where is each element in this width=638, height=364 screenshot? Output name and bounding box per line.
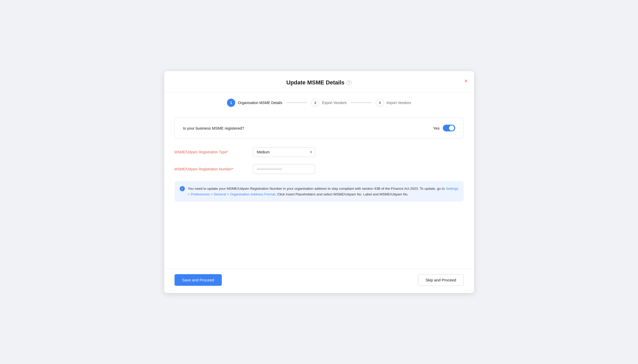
toggle-right: Yes (433, 125, 455, 131)
update-msme-modal: Update MSME Details ? × 1 Organisation M… (164, 71, 474, 293)
modal-footer: Save and Proceed Skip and Proceed (164, 269, 474, 293)
step-2-label: Export Vendors (322, 101, 347, 105)
info-text: You need to update your MSME/Udyam Regis… (188, 186, 459, 197)
msme-registered-toggle[interactable] (443, 125, 455, 131)
help-icon[interactable]: ? (346, 80, 352, 85)
step-1: 1 Organisation MSME Details (227, 99, 282, 107)
toggle-yes-label: Yes (433, 126, 439, 130)
step-connector-2 (351, 102, 372, 103)
info-icon: i (180, 186, 185, 191)
modal-title: Update MSME Details ? (286, 79, 352, 86)
stepper: 1 Organisation MSME Details 2 Export Ven… (164, 92, 474, 112)
info-box: i You need to update your MSME/Udyam Reg… (175, 181, 464, 202)
step-3-circle: 3 (376, 99, 384, 107)
registration-number-row: MSME/Udyam Registration Number* (175, 164, 464, 174)
msme-registered-card: Is your business MSME registered? Yes (175, 117, 464, 139)
step-1-circle: 1 (227, 99, 235, 107)
skip-and-proceed-button[interactable]: Skip and Proceed (418, 274, 463, 286)
registration-type-label: MSME/Udyam Registration Type* (175, 150, 247, 154)
step-3: 3 Import Vendors (376, 99, 411, 107)
toggle-slider (443, 125, 455, 131)
step-connector-1 (286, 102, 307, 103)
registration-type-row: MSME/Udyam Registration Type* Micro Smal… (175, 147, 464, 157)
close-button[interactable]: × (464, 78, 468, 84)
title-text: Update MSME Details (286, 79, 344, 86)
registration-number-label: MSME/Udyam Registration Number* (175, 167, 247, 171)
info-text-after: . Click Insert Placeholders and select M… (275, 192, 408, 196)
info-text-before: You need to update your MSME/Udyam Regis… (188, 187, 446, 191)
step-3-label: Import Vendors (387, 101, 411, 105)
registration-type-select[interactable]: Micro Small Medium (253, 147, 315, 157)
registration-type-select-wrapper: Micro Small Medium ▾ (253, 147, 315, 157)
save-and-proceed-button[interactable]: Save and Proceed (175, 274, 222, 286)
step-2: 2 Export Vendors (311, 99, 347, 107)
step-2-circle: 2 (311, 99, 319, 107)
modal-body: Is your business MSME registered? Yes MS… (164, 112, 474, 269)
registration-number-input[interactable] (253, 164, 315, 174)
toggle-question: Is your business MSME registered? (183, 126, 244, 130)
step-1-label: Organisation MSME Details (238, 101, 282, 105)
modal-header: Update MSME Details ? × (164, 71, 474, 92)
